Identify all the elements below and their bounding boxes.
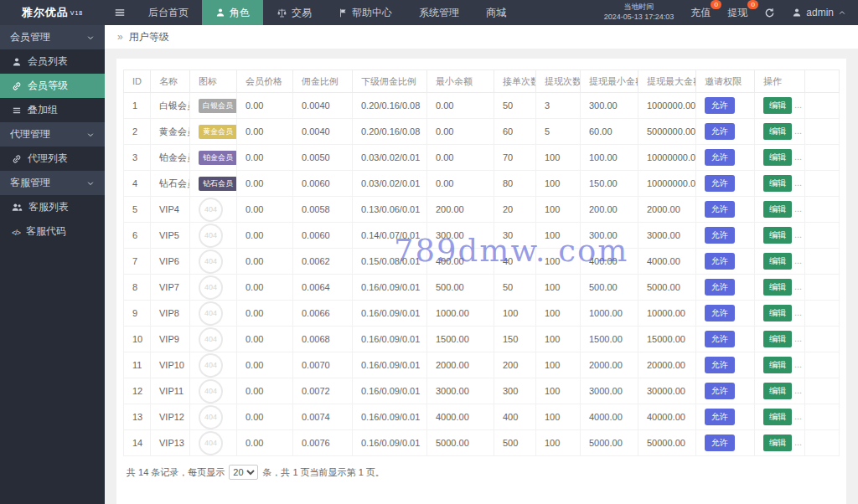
page-title: 用户等级 — [129, 30, 169, 44]
edit-button[interactable]: 编辑 — [763, 331, 792, 347]
level-badge: 白银会员 — [199, 99, 237, 113]
cell-member-price: 0.00 — [237, 249, 293, 275]
cell-filler — [805, 378, 840, 404]
allow-badge[interactable]: 允许 — [705, 383, 735, 399]
sidebar-item[interactable]: 叠加组 — [0, 98, 105, 122]
column-header: 接单次数 — [494, 70, 536, 93]
table-row: 10VIP94040.000.00680.16/0.09/0.011500.00… — [124, 327, 840, 352]
cell-invite-permission: 允许 — [696, 197, 755, 223]
edit-button[interactable]: 编辑 — [763, 201, 792, 218]
cell-order-count: 70 — [494, 145, 536, 171]
cell-min-balance: 0.00 — [427, 171, 494, 197]
sidebar-item-label: 客服代码 — [26, 224, 66, 239]
cell-sub-commission-rate: 0.14/0.07/0.01 — [353, 223, 427, 249]
edit-button[interactable]: 编辑 — [763, 409, 792, 425]
more-actions: ... — [794, 333, 802, 343]
column-header: 名称 — [151, 70, 190, 93]
cell-order-count: 30 — [494, 223, 536, 249]
broken-image-404-placeholder: 404 — [199, 379, 223, 404]
broken-image-404-placeholder: 404 — [199, 198, 223, 222]
edit-button[interactable]: 编辑 — [763, 149, 792, 166]
allow-badge[interactable]: 允许 — [705, 253, 735, 270]
allow-badge[interactable]: 允许 — [705, 331, 735, 347]
app-title: 雅尔优品 — [22, 5, 69, 20]
menu-item-label: 系统管理 — [419, 6, 459, 20]
edit-button[interactable]: 编辑 — [763, 357, 792, 373]
cell-sub-commission-rate: 0.16/0.09/0.01 — [353, 301, 427, 327]
cell-name: VIP5 — [151, 223, 190, 249]
cell-commission-rate: 0.0060 — [293, 223, 353, 249]
edit-button[interactable]: 编辑 — [763, 253, 792, 270]
cell-member-price: 0.00 — [237, 119, 293, 145]
withdraw-count-badge: 0 — [747, 0, 758, 9]
sidebar-item[interactable]: 代理管理 — [0, 122, 105, 147]
cell-name: VIP9 — [151, 327, 190, 352]
refresh-icon — [764, 8, 775, 18]
sidebar-item[interactable]: 会员管理 — [0, 25, 105, 49]
cell-withdraw-count: 100 — [536, 404, 581, 430]
menu-item[interactable]: 角色 — [202, 0, 263, 25]
menu-item[interactable]: 帮助中心 — [325, 0, 406, 25]
allow-badge[interactable]: 允许 — [705, 227, 735, 244]
cell-withdraw-max: 3000.00 — [638, 223, 696, 249]
cell-invite-permission: 允许 — [696, 223, 755, 249]
column-header: 佣金比例 — [293, 70, 353, 93]
menu-item[interactable]: 商城 — [473, 0, 519, 25]
cell-icon: 钻石会员 — [190, 171, 237, 197]
broken-image-404-placeholder: 404 — [199, 353, 223, 378]
edit-button[interactable]: 编辑 — [763, 227, 792, 244]
menu-item[interactable]: 交易 — [263, 0, 325, 25]
edit-button[interactable]: 编辑 — [763, 123, 792, 140]
refresh-button[interactable] — [764, 8, 775, 18]
cell-withdraw-min: 500.00 — [581, 275, 638, 301]
cell-min-balance: 1500.00 — [427, 327, 494, 352]
edit-button[interactable]: 编辑 — [763, 175, 792, 192]
allow-badge[interactable]: 允许 — [705, 149, 735, 166]
page-size-select[interactable]: 20 — [229, 465, 258, 480]
table-row: 1白银会员白银会员0.000.00400.20/0.16/0.080.00503… — [124, 93, 840, 119]
edit-button[interactable]: 编辑 — [763, 279, 792, 296]
cell-order-count: 200 — [494, 352, 536, 378]
sidebar-item[interactable]: 代理列表 — [0, 147, 105, 171]
sidebar-item[interactable]: </>客服代码 — [0, 219, 105, 244]
allow-badge[interactable]: 允许 — [705, 357, 735, 373]
edit-button[interactable]: 编辑 — [763, 305, 792, 321]
sidebar-item[interactable]: 会员列表 — [0, 49, 105, 74]
cell-member-price: 0.00 — [237, 404, 293, 430]
cell-order-count: 500 — [494, 430, 536, 456]
more-actions: ... — [794, 281, 802, 291]
cell-actions: 编辑... — [755, 223, 805, 249]
cell-sub-commission-rate: 0.16/0.09/0.01 — [353, 430, 427, 456]
user-menu[interactable]: admin — [792, 7, 846, 18]
allow-badge[interactable]: 允许 — [705, 123, 735, 140]
cell-filler — [805, 145, 840, 171]
allow-badge[interactable]: 允许 — [705, 435, 735, 451]
menu-item[interactable]: 系统管理 — [406, 0, 473, 25]
edit-button[interactable]: 编辑 — [763, 97, 792, 114]
cell-sub-commission-rate: 0.16/0.09/0.01 — [353, 327, 427, 352]
table-row: 9VIP84040.000.00660.16/0.09/0.011000.001… — [124, 301, 840, 327]
allow-badge[interactable]: 允许 — [705, 175, 735, 192]
more-actions: ... — [794, 359, 802, 369]
cell-invite-permission: 允许 — [696, 327, 755, 352]
allow-badge[interactable]: 允许 — [705, 279, 735, 296]
cell-invite-permission: 允许 — [696, 352, 755, 378]
sidebar-item[interactable]: 会员等级 — [0, 74, 105, 98]
allow-badge[interactable]: 允许 — [705, 305, 735, 321]
cell-id: 9 — [124, 301, 151, 327]
menu-item[interactable]: 后台首页 — [135, 0, 202, 25]
cell-icon: 404 — [190, 275, 237, 301]
sidebar-item[interactable]: 客服管理 — [0, 171, 105, 195]
cell-withdraw-max: 5000000.00 — [638, 119, 696, 145]
allow-badge[interactable]: 允许 — [705, 201, 735, 218]
edit-button[interactable]: 编辑 — [763, 383, 792, 399]
sidebar-toggle-button[interactable] — [105, 0, 135, 25]
cell-order-count: 20 — [494, 197, 536, 223]
withdraw-link[interactable]: 提现 0 — [727, 6, 747, 20]
allow-badge[interactable]: 允许 — [705, 409, 735, 425]
cell-member-price: 0.00 — [237, 93, 293, 119]
allow-badge[interactable]: 允许 — [705, 97, 735, 114]
recharge-link[interactable]: 充值 0 — [690, 6, 711, 20]
sidebar-item[interactable]: 客服列表 — [0, 195, 105, 219]
edit-button[interactable]: 编辑 — [763, 435, 792, 451]
